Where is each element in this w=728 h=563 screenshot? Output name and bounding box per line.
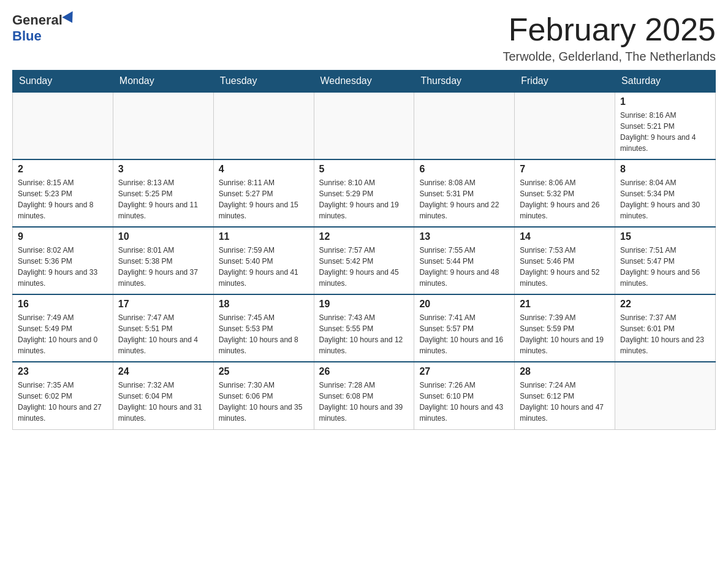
calendar-day-cell: 9Sunrise: 8:02 AMSunset: 5:36 PMDaylight… <box>13 227 113 294</box>
day-number: 19 <box>319 299 409 310</box>
calendar-day-cell: 13Sunrise: 7:55 AMSunset: 5:44 PMDayligh… <box>414 227 515 294</box>
day-info: Sunrise: 7:28 AMSunset: 6:08 PMDaylight:… <box>319 380 409 424</box>
day-info: Sunrise: 8:06 AMSunset: 5:32 PMDaylight:… <box>520 177 610 221</box>
calendar-day-cell: 2Sunrise: 8:15 AMSunset: 5:23 PMDaylight… <box>13 159 113 227</box>
calendar-day-cell: 8Sunrise: 8:04 AMSunset: 5:34 PMDaylight… <box>615 159 716 227</box>
day-info: Sunrise: 8:15 AMSunset: 5:23 PMDaylight:… <box>18 177 108 221</box>
calendar-week-row: 2Sunrise: 8:15 AMSunset: 5:23 PMDaylight… <box>13 159 716 227</box>
calendar-day-cell: 6Sunrise: 8:08 AMSunset: 5:31 PMDaylight… <box>414 159 515 227</box>
day-number: 24 <box>118 366 208 377</box>
calendar-day-cell: 12Sunrise: 7:57 AMSunset: 5:42 PMDayligh… <box>314 227 414 294</box>
day-info: Sunrise: 7:43 AMSunset: 5:55 PMDaylight:… <box>319 312 409 356</box>
day-of-week-header: Wednesday <box>314 71 414 93</box>
day-number: 1 <box>620 96 710 107</box>
calendar-day-cell: 3Sunrise: 8:13 AMSunset: 5:25 PMDaylight… <box>113 159 213 227</box>
day-number: 14 <box>520 231 610 242</box>
calendar-day-cell: 7Sunrise: 8:06 AMSunset: 5:32 PMDaylight… <box>515 159 615 227</box>
day-of-week-header: Friday <box>515 71 615 93</box>
logo-triangle-icon <box>62 11 77 26</box>
day-number: 13 <box>419 231 509 242</box>
day-number: 21 <box>520 299 610 310</box>
day-number: 11 <box>219 231 309 242</box>
day-info: Sunrise: 7:35 AMSunset: 6:02 PMDaylight:… <box>18 380 108 424</box>
calendar-day-cell <box>615 362 716 429</box>
calendar-day-cell: 1Sunrise: 8:16 AMSunset: 5:21 PMDaylight… <box>615 92 716 159</box>
day-number: 15 <box>620 231 710 242</box>
day-number: 17 <box>118 299 208 310</box>
day-info: Sunrise: 8:04 AMSunset: 5:34 PMDaylight:… <box>620 177 710 221</box>
day-info: Sunrise: 8:02 AMSunset: 5:36 PMDaylight:… <box>18 245 108 289</box>
calendar-day-cell: 14Sunrise: 7:53 AMSunset: 5:46 PMDayligh… <box>515 227 615 294</box>
day-info: Sunrise: 7:26 AMSunset: 6:10 PMDaylight:… <box>419 380 509 424</box>
calendar-week-row: 1Sunrise: 8:16 AMSunset: 5:21 PMDaylight… <box>13 92 716 159</box>
day-info: Sunrise: 8:08 AMSunset: 5:31 PMDaylight:… <box>419 177 509 221</box>
day-info: Sunrise: 7:32 AMSunset: 6:04 PMDaylight:… <box>118 380 208 424</box>
day-number: 18 <box>219 299 309 310</box>
day-number: 16 <box>18 299 108 310</box>
day-info: Sunrise: 7:51 AMSunset: 5:47 PMDaylight:… <box>620 245 710 289</box>
calendar-day-cell <box>515 92 615 159</box>
day-number: 2 <box>18 164 108 175</box>
day-info: Sunrise: 8:01 AMSunset: 5:38 PMDaylight:… <box>118 245 208 289</box>
calendar-week-row: 16Sunrise: 7:49 AMSunset: 5:49 PMDayligh… <box>13 294 716 362</box>
calendar-day-cell: 28Sunrise: 7:24 AMSunset: 6:12 PMDayligh… <box>515 362 615 429</box>
day-info: Sunrise: 7:45 AMSunset: 5:53 PMDaylight:… <box>219 312 309 356</box>
calendar-day-cell <box>314 92 414 159</box>
calendar-day-cell: 20Sunrise: 7:41 AMSunset: 5:57 PMDayligh… <box>414 294 515 362</box>
day-info: Sunrise: 7:37 AMSunset: 6:01 PMDaylight:… <box>620 312 710 356</box>
day-number: 3 <box>118 164 208 175</box>
day-of-week-header: Sunday <box>13 71 113 93</box>
calendar-day-cell: 24Sunrise: 7:32 AMSunset: 6:04 PMDayligh… <box>113 362 213 429</box>
day-of-week-header: Saturday <box>615 71 716 93</box>
calendar-day-cell <box>414 92 515 159</box>
day-number: 25 <box>219 366 309 377</box>
day-info: Sunrise: 7:57 AMSunset: 5:42 PMDaylight:… <box>319 245 409 289</box>
calendar-day-cell <box>113 92 213 159</box>
day-number: 28 <box>520 366 610 377</box>
calendar-day-cell: 10Sunrise: 8:01 AMSunset: 5:38 PMDayligh… <box>113 227 213 294</box>
calendar-day-cell: 26Sunrise: 7:28 AMSunset: 6:08 PMDayligh… <box>314 362 414 429</box>
day-info: Sunrise: 7:39 AMSunset: 5:59 PMDaylight:… <box>520 312 610 356</box>
day-of-week-header: Thursday <box>414 71 515 93</box>
day-number: 4 <box>219 164 309 175</box>
day-info: Sunrise: 7:55 AMSunset: 5:44 PMDaylight:… <box>419 245 509 289</box>
calendar-day-cell: 21Sunrise: 7:39 AMSunset: 5:59 PMDayligh… <box>515 294 615 362</box>
day-number: 10 <box>118 231 208 242</box>
day-number: 8 <box>620 164 710 175</box>
location-subtitle: Terwolde, Gelderland, The Netherlands <box>502 50 716 64</box>
calendar-day-cell: 11Sunrise: 7:59 AMSunset: 5:40 PMDayligh… <box>213 227 314 294</box>
day-info: Sunrise: 8:10 AMSunset: 5:29 PMDaylight:… <box>319 177 409 221</box>
calendar-day-cell: 16Sunrise: 7:49 AMSunset: 5:49 PMDayligh… <box>13 294 113 362</box>
day-info: Sunrise: 7:30 AMSunset: 6:06 PMDaylight:… <box>219 380 309 424</box>
calendar-day-cell <box>13 92 113 159</box>
calendar-day-cell: 22Sunrise: 7:37 AMSunset: 6:01 PMDayligh… <box>615 294 716 362</box>
calendar-day-cell: 15Sunrise: 7:51 AMSunset: 5:47 PMDayligh… <box>615 227 716 294</box>
day-number: 12 <box>319 231 409 242</box>
calendar-day-cell: 17Sunrise: 7:47 AMSunset: 5:51 PMDayligh… <box>113 294 213 362</box>
calendar-day-cell: 23Sunrise: 7:35 AMSunset: 6:02 PMDayligh… <box>13 362 113 429</box>
calendar-day-cell: 25Sunrise: 7:30 AMSunset: 6:06 PMDayligh… <box>213 362 314 429</box>
day-number: 26 <box>319 366 409 377</box>
day-info: Sunrise: 8:16 AMSunset: 5:21 PMDaylight:… <box>620 110 710 154</box>
calendar-day-cell: 5Sunrise: 8:10 AMSunset: 5:29 PMDaylight… <box>314 159 414 227</box>
page-header: General Blue February 2025 Terwolde, Gel… <box>12 12 716 64</box>
day-number: 5 <box>319 164 409 175</box>
day-info: Sunrise: 8:13 AMSunset: 5:25 PMDaylight:… <box>118 177 208 221</box>
day-number: 27 <box>419 366 509 377</box>
logo-general-text: General Blue <box>12 12 78 44</box>
calendar-header-row: SundayMondayTuesdayWednesdayThursdayFrid… <box>13 71 716 93</box>
calendar-day-cell: 19Sunrise: 7:43 AMSunset: 5:55 PMDayligh… <box>314 294 414 362</box>
day-of-week-header: Tuesday <box>213 71 314 93</box>
day-info: Sunrise: 7:49 AMSunset: 5:49 PMDaylight:… <box>18 312 108 356</box>
day-info: Sunrise: 7:59 AMSunset: 5:40 PMDaylight:… <box>219 245 309 289</box>
calendar-day-cell: 4Sunrise: 8:11 AMSunset: 5:27 PMDaylight… <box>213 159 314 227</box>
calendar-table: SundayMondayTuesdayWednesdayThursdayFrid… <box>12 70 716 430</box>
day-number: 23 <box>18 366 108 377</box>
day-number: 20 <box>419 299 509 310</box>
calendar-day-cell: 27Sunrise: 7:26 AMSunset: 6:10 PMDayligh… <box>414 362 515 429</box>
month-title: February 2025 <box>502 12 716 47</box>
day-info: Sunrise: 7:41 AMSunset: 5:57 PMDaylight:… <box>419 312 509 356</box>
calendar-day-cell <box>213 92 314 159</box>
day-of-week-header: Monday <box>113 71 213 93</box>
title-block: February 2025 Terwolde, Gelderland, The … <box>502 12 716 64</box>
